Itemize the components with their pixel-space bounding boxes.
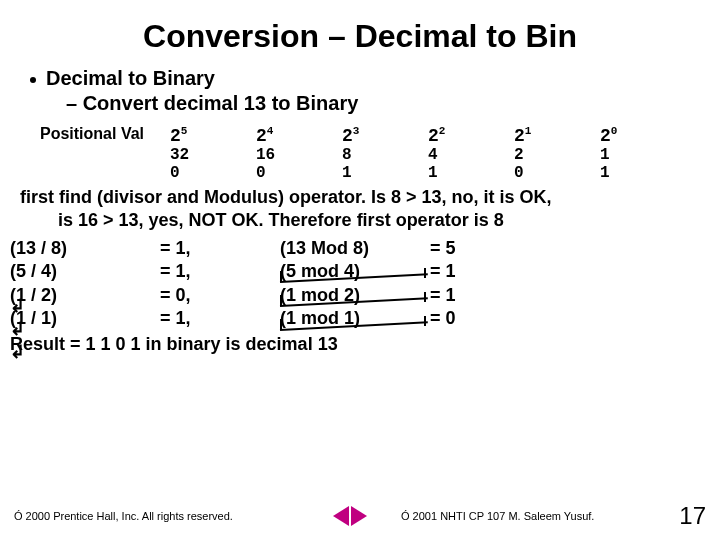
- footer-right: Ó 2001 NHTI CP 107 M. Saleem Yusuf.: [401, 510, 706, 522]
- page-number: 17: [679, 502, 706, 530]
- prev-icon[interactable]: [333, 506, 349, 526]
- bit-cell: 1: [342, 164, 428, 182]
- bit-cell: 0: [256, 164, 342, 182]
- explanation-paragraph: first find (divisor and Modulus) operato…: [10, 186, 710, 231]
- calculation-block: (13 / 8)= 1,(13 Mod 8)= 5 (5 / 4)= 1,(5 …: [10, 237, 710, 356]
- bit-cell: 1: [600, 164, 686, 182]
- bullet-level1: Decimal to Binary: [30, 67, 720, 90]
- bit-cell: 0: [170, 164, 256, 182]
- footer-left: Ó 2000 Prentice Hall, Inc. All rights re…: [14, 510, 319, 522]
- bullet-level2: – Convert decimal 13 to Binary: [66, 92, 720, 115]
- decval-cell: 8: [342, 146, 428, 164]
- table-label: Positional Val: [40, 125, 170, 146]
- decval-cell: 32: [170, 146, 256, 164]
- power-cell: 23: [342, 125, 428, 146]
- para-line2: is 16 > 13, yes, NOT OK. Therefore first…: [58, 209, 710, 232]
- bit-cell: 1: [428, 164, 514, 182]
- power-cell: 20: [600, 125, 686, 146]
- para-line1: first find (divisor and Modulus) operato…: [20, 186, 710, 209]
- power-cell: 25: [170, 125, 256, 146]
- nav-buttons: [333, 506, 367, 526]
- power-cell: 24: [256, 125, 342, 146]
- bullet1-text: Decimal to Binary: [46, 67, 215, 89]
- result-line: Result = 1 1 0 1 in binary is decimal 13: [10, 333, 710, 356]
- decval-cell: 16: [256, 146, 342, 164]
- footer: Ó 2000 Prentice Hall, Inc. All rights re…: [0, 506, 720, 526]
- slide-title: Conversion – Decimal to Bin: [0, 0, 720, 63]
- positional-table: Positional Val 25 24 23 22 21 20 32 16 8…: [40, 125, 690, 182]
- decval-cell: 1: [600, 146, 686, 164]
- decval-cell: 2: [514, 146, 600, 164]
- bit-cell: 0: [514, 164, 600, 182]
- power-cell: 21: [514, 125, 600, 146]
- power-cell: 22: [428, 125, 514, 146]
- next-icon[interactable]: [351, 506, 367, 526]
- decval-cell: 4: [428, 146, 514, 164]
